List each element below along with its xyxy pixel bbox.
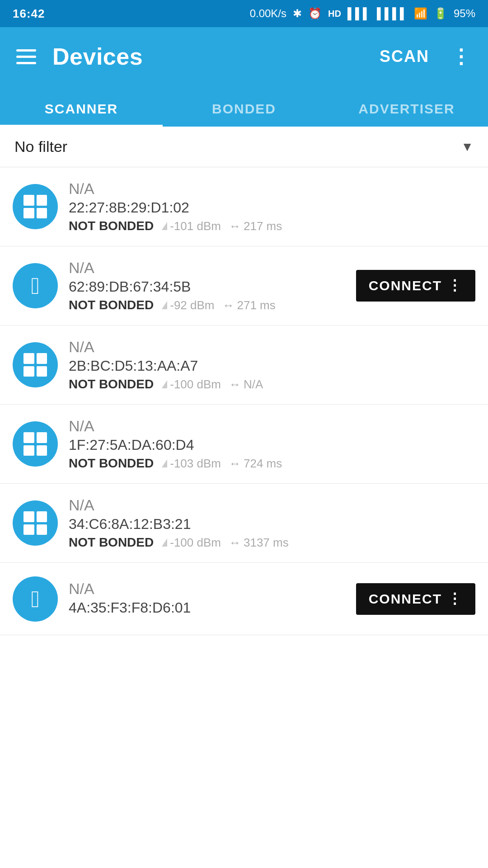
connect-more-icon[interactable]: ⋮ <box>447 594 463 603</box>
device-mac: 2B:BC:D5:13:AA:A7 <box>69 358 475 374</box>
windows-icon <box>23 432 47 456</box>
device-signal: -100 dBm <box>162 377 221 392</box>
signal-icon <box>162 380 167 388</box>
page-title: Devices <box>52 43 361 70</box>
avatar <box>13 500 58 546</box>
device-signal: -103 dBm <box>162 457 221 471</box>
list-item:  N/A 62:89:DB:67:34:5B NOT BONDED -92 d… <box>0 246 488 326</box>
device-bonded: NOT BONDED <box>69 377 154 392</box>
device-interval: ↔ 271 ms <box>223 298 276 312</box>
device-info: N/A 1F:27:5A:DA:60:D4 NOT BONDED -103 dB… <box>69 417 475 471</box>
battery-percent: 95% <box>454 7 475 20</box>
device-status-row: NOT BONDED -100 dBm ↔ 3137 ms <box>69 535 475 550</box>
signal-icon <box>162 538 167 547</box>
avatar <box>13 421 58 467</box>
device-interval: ↔ N/A <box>229 377 263 392</box>
signal-bars-1-icon: ▌▌▌ <box>347 7 371 20</box>
device-mac: 62:89:DB:67:34:5B <box>69 278 345 295</box>
status-right: 0.00K/s ✱ ⏰ HD ▌▌▌ ▌▌▌▌ 📶 🔋 95% <box>250 7 475 20</box>
device-status-row: NOT BONDED -101 dBm ↔ 217 ms <box>69 219 475 233</box>
network-speed: 0.00K/s <box>250 7 286 20</box>
list-item: N/A 22:27:8B:29:D1:02 NOT BONDED -101 dB… <box>0 167 488 246</box>
device-mac: 22:27:8B:29:D1:02 <box>69 199 475 216</box>
device-interval: ↔ 724 ms <box>229 457 282 471</box>
toolbar: Devices SCAN ⋮ <box>0 27 488 86</box>
connect-label: CONNECT <box>369 278 442 293</box>
signal-icon <box>162 459 167 467</box>
device-name: N/A <box>69 417 475 435</box>
device-name: N/A <box>69 338 475 356</box>
device-info: N/A 4A:35:F3:F8:D6:01 <box>69 580 345 618</box>
device-name: N/A <box>69 580 345 598</box>
scan-button[interactable]: SCAN <box>374 43 435 70</box>
device-signal: -92 dBm <box>162 298 214 312</box>
connect-button[interactable]: CONNECT ⋮ <box>356 583 475 615</box>
battery-icon: 🔋 <box>434 7 447 20</box>
device-mac: 1F:27:5A:DA:60:D4 <box>69 437 475 453</box>
tab-scanner[interactable]: SCANNER <box>0 101 163 127</box>
signal-bars-2-icon: ▌▌▌▌ <box>377 7 408 20</box>
connect-more-icon[interactable]: ⋮ <box>447 281 463 290</box>
device-bonded: NOT BONDED <box>69 219 154 233</box>
filter-bar[interactable]: No filter ▼ <box>0 127 488 167</box>
status-bar: 16:42 0.00K/s ✱ ⏰ HD ▌▌▌ ▌▌▌▌ 📶 🔋 95% <box>0 0 488 27</box>
device-info: N/A 22:27:8B:29:D1:02 NOT BONDED -101 dB… <box>69 180 475 233</box>
avatar <box>13 184 58 229</box>
apple-icon:  <box>31 587 40 611</box>
more-button[interactable]: ⋮ <box>447 47 475 66</box>
device-status-row: NOT BONDED -100 dBm ↔ N/A <box>69 377 475 392</box>
filter-label: No filter <box>14 138 461 156</box>
device-name: N/A <box>69 496 475 514</box>
list-item: N/A 2B:BC:D5:13:AA:A7 NOT BONDED -100 dB… <box>0 326 488 405</box>
avatar:  <box>13 576 58 622</box>
interval-icon: ↔ <box>223 298 235 312</box>
filter-dropdown-icon: ▼ <box>461 140 474 154</box>
device-info: N/A 62:89:DB:67:34:5B NOT BONDED -92 dBm… <box>69 259 345 312</box>
tab-bonded[interactable]: BONDED <box>163 101 325 127</box>
device-bonded: NOT BONDED <box>69 298 154 312</box>
windows-icon <box>23 511 47 535</box>
connect-label: CONNECT <box>369 591 442 607</box>
interval-icon: ↔ <box>229 377 241 392</box>
tab-advertiser[interactable]: ADVERTISER <box>325 101 488 127</box>
signal-icon <box>162 222 167 230</box>
device-mac: 4A:35:F3:F8:D6:01 <box>69 599 345 616</box>
signal-icon <box>162 301 167 309</box>
status-time: 16:42 <box>13 7 45 21</box>
alarm-icon: ⏰ <box>308 7 322 20</box>
device-name: N/A <box>69 259 345 277</box>
tabs-bar: SCANNER BONDED ADVERTISER <box>0 86 488 127</box>
device-mac: 34:C6:8A:12:B3:21 <box>69 516 475 533</box>
device-status-row: NOT BONDED -92 dBm ↔ 271 ms <box>69 298 345 312</box>
device-signal: -101 dBm <box>162 219 221 233</box>
device-status-row: NOT BONDED -103 dBm ↔ 724 ms <box>69 456 475 471</box>
device-info: N/A 2B:BC:D5:13:AA:A7 NOT BONDED -100 dB… <box>69 338 475 392</box>
interval-icon: ↔ <box>229 536 241 550</box>
list-item: N/A 1F:27:5A:DA:60:D4 NOT BONDED -103 dB… <box>0 405 488 484</box>
connect-button[interactable]: CONNECT ⋮ <box>356 270 475 302</box>
device-bonded: NOT BONDED <box>69 535 154 550</box>
device-bonded: NOT BONDED <box>69 456 154 471</box>
interval-icon: ↔ <box>229 219 241 233</box>
avatar:  <box>13 263 58 308</box>
device-list: N/A 22:27:8B:29:D1:02 NOT BONDED -101 dB… <box>0 167 488 635</box>
menu-button[interactable] <box>13 46 40 68</box>
device-interval: ↔ 3137 ms <box>229 536 289 550</box>
device-info: N/A 34:C6:8A:12:B3:21 NOT BONDED -100 dB… <box>69 496 475 550</box>
wifi-icon: 📶 <box>414 7 427 20</box>
list-item: N/A 34:C6:8A:12:B3:21 NOT BONDED -100 dB… <box>0 484 488 563</box>
list-item:  N/A 4A:35:F3:F8:D6:01 CONNECT ⋮ <box>0 563 488 635</box>
device-name: N/A <box>69 180 475 198</box>
windows-icon <box>23 195 47 218</box>
apple-icon:  <box>31 274 40 297</box>
device-signal: -100 dBm <box>162 536 221 550</box>
windows-icon <box>23 353 47 377</box>
device-interval: ↔ 217 ms <box>229 219 282 233</box>
avatar <box>13 342 58 387</box>
interval-icon: ↔ <box>229 457 241 471</box>
hd-icon: HD <box>328 9 341 19</box>
bluetooth-icon: ✱ <box>293 7 302 20</box>
